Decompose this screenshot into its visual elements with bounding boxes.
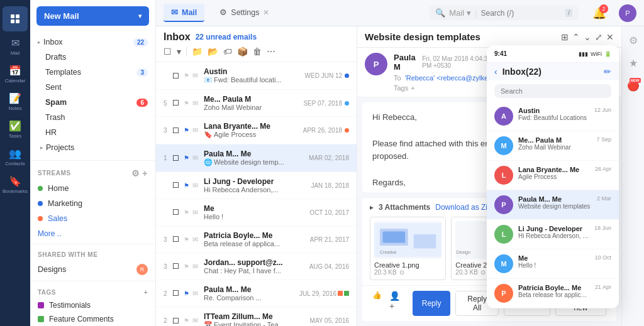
close-email-icon[interactable]: ✕ xyxy=(606,32,614,42)
table-row[interactable]: 5 ☐ ⚑ ✉ Me... Paula M Zoho Mail Webinar … xyxy=(156,90,357,117)
table-row[interactable]: 3 ☐ ⚑ ✉ Jordan... support@z... Chat : He… xyxy=(156,253,357,280)
attach-copy-icon[interactable]: ⊙ xyxy=(399,269,404,276)
like-icon[interactable]: 👍 xyxy=(372,291,382,316)
expand-icon[interactable]: ⌃ xyxy=(572,32,580,42)
table-row[interactable]: ☐ ⚑ ✉ Me Hello ! OCT 10, 2017 xyxy=(156,199,357,226)
sidebar-item-inbox[interactable]: ▸ Inbox 22 xyxy=(30,35,155,50)
mail-nav-icon[interactable]: ✉ Mail xyxy=(3,34,28,59)
right-settings-icon[interactable]: ⚙ xyxy=(625,31,642,49)
right-new-badge-icon[interactable]: 🔴 NEW xyxy=(625,77,642,94)
grid-menu-icon[interactable] xyxy=(3,6,28,31)
expand-attach-icon[interactable]: ▸ xyxy=(370,203,374,212)
attach-item-1[interactable]: Creative Creative 1.png 20.3 KB ⊙ xyxy=(370,217,446,280)
table-row[interactable]: 1 ☐ ⚑ ✉ Paula M... Me 🌐Website design te… xyxy=(156,144,357,172)
svg-rect-2 xyxy=(382,232,405,243)
content-wrapper: Inbox 22 unread emails ☐ ▾ 📁 📂 🏷 📦 🗑 ⋯ xyxy=(156,26,644,326)
tags-section-title: TAGS + xyxy=(30,284,155,298)
sidebar-item-hr[interactable]: HR xyxy=(30,125,155,140)
mail-dropdown[interactable]: Mail ▾ xyxy=(449,8,471,18)
mobile-overlay: 9:41 ▮▮▮ WiFi 🔋 ‹ Inbox(22) ✏ A xyxy=(487,45,619,308)
sidebar-item-spam[interactable]: Spam 6 xyxy=(30,95,155,110)
stream-item-marketing[interactable]: Marketing xyxy=(30,196,155,211)
tag-item-feature-comments[interactable]: Feature Comments xyxy=(30,312,155,326)
list-item[interactable]: L Lana Bryante... Me Agile Process 26 Ap… xyxy=(487,161,619,190)
table-row[interactable]: 2 ☐ ⚑ ✉ Paula M... Me Re. Comparison ...… xyxy=(156,280,357,307)
more-icon[interactable]: ⋯ xyxy=(267,46,275,57)
print-icon[interactable]: ⊞ xyxy=(561,32,569,42)
more-streams-link[interactable]: More .. xyxy=(30,226,155,241)
table-row[interactable]: 2 ☐ ⚑ ✉ ITTeam Zillum... Me 📅Event Invit… xyxy=(156,307,357,326)
notification-bell[interactable]: 🔔 2 xyxy=(592,6,606,20)
add-person-icon[interactable]: 👤+ xyxy=(389,291,402,316)
email-toolbar: ☐ ▾ 📁 📂 🏷 📦 🗑 ⋯ xyxy=(164,46,349,57)
list-item[interactable]: P Patricia Boyle... Me Beta release for … xyxy=(487,279,619,308)
list-item[interactable]: A Austin Fwd: Beautiful Locations 12 Jun xyxy=(487,102,619,131)
folder-move-icon[interactable]: 📂 xyxy=(208,46,218,57)
sidebar-item-projects[interactable]: ▸ Projects xyxy=(30,140,155,155)
table-row[interactable]: 3 ☐ ⚑ ✉ Lana Bryante... Me 🔖Agile Proces… xyxy=(156,117,357,144)
archive-icon[interactable]: 📦 xyxy=(237,46,248,57)
mobile-search-input[interactable] xyxy=(494,84,611,98)
tasks-nav-icon[interactable]: ✅ Tasks xyxy=(3,117,28,142)
streams-actions: ⚙ + xyxy=(131,168,148,178)
list-item[interactable]: L Li Jung - Developer Hi Rebecca Anderso… xyxy=(487,220,619,249)
mobile-edit-icon[interactable]: ✏ xyxy=(604,67,611,77)
tag-icon[interactable]: 🏷 xyxy=(223,46,232,57)
settings-tab[interactable]: ⚙ Settings ✕ xyxy=(212,4,277,22)
table-row[interactable]: ☐ ⚑ ✉ Li Jung - Developer Hi Rebecca And… xyxy=(156,172,357,199)
mobile-status-bar: 9:41 ▮▮▮ WiFi 🔋 xyxy=(487,45,619,63)
inbox-chevron-icon: ▸ xyxy=(38,39,41,45)
sidebar-item-trash[interactable]: Trash xyxy=(30,110,155,125)
mail-tab[interactable]: ✉ Mail xyxy=(164,4,204,22)
tag-item-testimonials[interactable]: Testimonials xyxy=(30,298,155,312)
new-mail-button[interactable]: New Mail ▾ xyxy=(36,6,149,26)
mobile-back-icon[interactable]: ‹ xyxy=(494,67,497,77)
table-row[interactable]: 3 ☐ ⚑ ✉ Patricia Boyle... Me Beta releas… xyxy=(156,226,357,253)
table-row[interactable]: ☐ ⚑ ✉ Austin 📧Fwd: Beautiful locati... W… xyxy=(156,62,357,90)
user-avatar[interactable]: P xyxy=(619,4,636,22)
calendar-nav-icon[interactable]: 📅 Calendar xyxy=(3,62,28,87)
mobile-avatar: L xyxy=(494,166,513,185)
main-header: ✉ Mail ⚙ Settings ✕ 🔍 Mail ▾ | / 🔔 2 P xyxy=(156,0,644,26)
settings-tab-close-icon[interactable]: ✕ xyxy=(263,8,269,17)
sidebar-item-drafts[interactable]: Drafts xyxy=(30,50,155,65)
shared-item-designs[interactable]: Designs R xyxy=(30,261,155,278)
email-actions-bar: ⊞ ⌃ ⌄ ⤢ ✕ xyxy=(561,32,614,42)
shared-avatar: R xyxy=(136,264,148,275)
search-input[interactable] xyxy=(480,9,562,18)
mobile-avatar: L xyxy=(494,225,513,244)
streams-filter-icon[interactable]: ⚙ xyxy=(131,168,140,178)
sidebar-item-templates[interactable]: Templates 3 xyxy=(30,65,155,80)
mail-tab-icon: ✉ xyxy=(171,8,178,17)
wifi-icon: WiFi xyxy=(591,51,602,57)
tags-add-icon[interactable]: + xyxy=(144,289,148,296)
sender-name: Paula M xyxy=(394,53,418,72)
contacts-nav-icon[interactable]: 👥 Contacts xyxy=(3,144,28,170)
delete-icon[interactable]: 🗑 xyxy=(253,46,262,57)
download-as-zip-link[interactable]: Download as Zip xyxy=(435,203,491,212)
checkbox-all-icon[interactable]: ☐ xyxy=(164,46,172,57)
svg-text:Design: Design xyxy=(457,250,470,255)
new-window-icon[interactable]: ⤢ xyxy=(595,32,602,42)
reply-button[interactable]: Reply xyxy=(413,291,451,316)
right-star-icon[interactable]: ★ xyxy=(625,54,642,72)
mobile-avatar: P xyxy=(494,284,513,303)
svg-rect-3 xyxy=(414,234,436,248)
list-item[interactable]: P Paula M... Me Website design templates… xyxy=(487,190,619,220)
folder-icon[interactable]: 📁 xyxy=(192,46,203,57)
bookmarks-nav-icon[interactable]: 🔖 Bookmarks xyxy=(3,172,28,197)
collapse-icon[interactable]: ⌄ xyxy=(584,32,591,42)
stream-item-home[interactable]: Home xyxy=(30,181,155,196)
streams-section-title: STREAMS ⚙ + xyxy=(30,163,155,181)
tags-add-icon[interactable]: + xyxy=(411,84,414,92)
filter-icon[interactable]: ▾ xyxy=(177,46,181,57)
list-item[interactable]: M Me... Paula M Zoho Mail Webinar 7 Sep xyxy=(487,131,619,161)
streams-add-icon[interactable]: + xyxy=(142,168,148,178)
sidebar-item-sent[interactable]: Sent xyxy=(30,80,155,95)
attach-copy-icon[interactable]: ⊙ xyxy=(480,269,486,276)
list-item[interactable]: M Me Hello ! 10 Oct xyxy=(487,249,619,279)
unread-count: 22 unread emails xyxy=(196,33,257,41)
mobile-avatar: M xyxy=(494,136,513,155)
notes-nav-icon[interactable]: 📝 Notes xyxy=(3,89,28,114)
stream-item-sales[interactable]: Sales xyxy=(30,211,155,226)
